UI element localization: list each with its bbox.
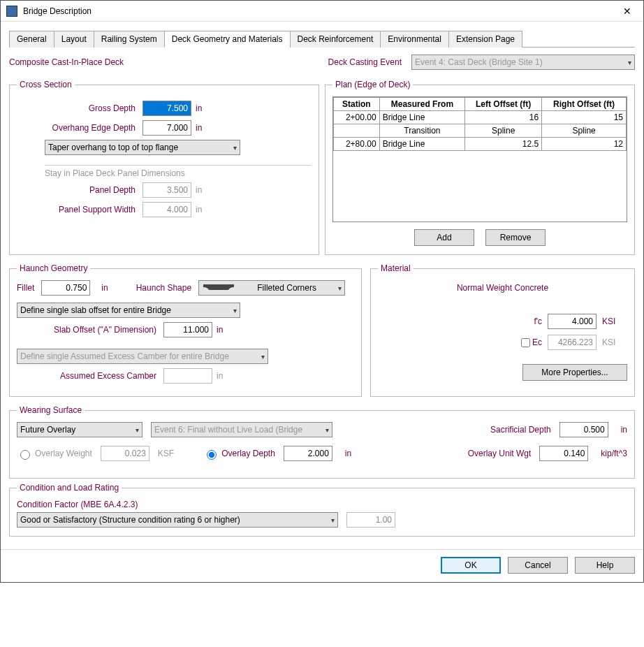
haunch-shape-combo[interactable]: Filleted Corners ▾ xyxy=(198,280,345,296)
ec-input xyxy=(548,335,597,350)
haunch-shape-label: Haunch Shape xyxy=(136,283,191,293)
table-row[interactable]: 2+00.00 Bridge Line 16 15 xyxy=(334,111,627,124)
dialog-button-bar: OK Cancel Help xyxy=(1,549,643,582)
overlay-weight-input xyxy=(101,446,149,461)
casting-event-combo[interactable]: Event 4: Cast Deck (Bridge Site 1) ▾ xyxy=(411,54,635,70)
overlay-depth-unit: in xyxy=(345,449,351,458)
taper-value: Taper overhang to top of top flange xyxy=(48,143,178,152)
fc-unit: KSI xyxy=(602,317,627,326)
slab-offset-label: Slab Offset ("A" Dimension) xyxy=(17,325,156,335)
camber-label: Assumed Excess Camber xyxy=(17,371,156,381)
panel-depth-label: Panel Depth xyxy=(17,185,136,195)
slab-offset-scope-combo[interactable]: Define single slab offset for entire Bri… xyxy=(17,303,240,318)
panel-support-unit: in xyxy=(196,205,202,215)
close-icon[interactable]: ✕ xyxy=(611,1,643,22)
sip-label: Stay in Place Deck Panel Dimensions xyxy=(45,165,312,178)
wearing-surface-group: Wearing Surface Future Overlay ▾ Event 6… xyxy=(9,405,635,479)
col-station: Station xyxy=(334,98,380,111)
fillet-input[interactable] xyxy=(41,280,90,296)
overlay-weight-radio-input[interactable] xyxy=(20,450,30,460)
ec-label: Ec xyxy=(532,337,542,347)
tab-deck-reinf[interactable]: Deck Reinforcement xyxy=(290,31,381,48)
slab-offset-scope-value: Define single slab offset for entire Bri… xyxy=(20,305,171,315)
condition-factor-combo[interactable]: Good or Satisfactory (Structure conditio… xyxy=(17,512,338,528)
add-button[interactable]: Add xyxy=(414,229,474,246)
tab-deck-geometry[interactable]: Deck Geometry and Materials xyxy=(164,31,291,48)
plan-group: Plan (Edge of Deck) Station Measured Fro… xyxy=(325,80,635,255)
overlay-event-value: Event 6: Final without Live Load (Bridge xyxy=(154,425,302,435)
tab-environmental[interactable]: Environmental xyxy=(380,31,449,48)
plan-legend: Plan (Edge of Deck) xyxy=(332,80,413,89)
condition-legend: Condition and Load Rating xyxy=(17,483,122,493)
tab-layout[interactable]: Layout xyxy=(54,31,94,48)
overlay-depth-radio-input[interactable] xyxy=(207,450,217,460)
gross-depth-input[interactable] xyxy=(142,101,191,116)
slab-offset-input[interactable] xyxy=(163,322,212,337)
haunch-shape-value: Filleted Corners xyxy=(257,283,316,293)
material-title: Normal Weight Concrete xyxy=(378,283,627,293)
overlay-depth-input[interactable] xyxy=(284,446,332,461)
haunch-group: Haunch Geometry Fillet in Haunch Shape F… xyxy=(9,263,362,397)
overlay-depth-label: Overlay Depth xyxy=(221,449,275,458)
haunch-legend: Haunch Geometry xyxy=(17,263,90,273)
plan-table[interactable]: Station Measured From Left Offset (ft) R… xyxy=(333,97,627,151)
remove-button[interactable]: Remove xyxy=(485,229,546,246)
sac-depth-label: Sacrificial Depth xyxy=(490,425,551,435)
gross-depth-unit: in xyxy=(196,103,202,113)
col-left-offset: Left Offset (ft) xyxy=(465,98,542,111)
overlay-type-combo[interactable]: Future Overlay ▾ xyxy=(17,422,142,437)
condition-factor-label: Condition Factor (MBE 6A.4.2.3) xyxy=(17,500,627,509)
tab-extension[interactable]: Extension Page xyxy=(448,31,522,48)
sac-depth-unit: in xyxy=(621,425,627,435)
col-measured-from: Measured From xyxy=(379,98,465,111)
ec-checkbox[interactable]: Ec xyxy=(518,336,542,349)
ec-check[interactable] xyxy=(521,338,530,347)
chevron-down-icon: ▾ xyxy=(136,426,139,434)
overlay-unit-wgt-label: Overlay Unit Wgt xyxy=(468,449,532,458)
table-row[interactable]: 2+80.00 Bridge Line 12.5 12 xyxy=(334,138,627,151)
cancel-button[interactable]: Cancel xyxy=(508,557,568,574)
fc-input[interactable] xyxy=(548,314,597,329)
overhang-input[interactable] xyxy=(142,120,191,136)
panel-depth-unit: in xyxy=(196,185,202,195)
fc-label: f'c xyxy=(534,317,542,326)
slab-offset-unit: in xyxy=(217,325,223,335)
sac-depth-input[interactable] xyxy=(559,422,608,437)
table-header-row: Station Measured From Left Offset (ft) R… xyxy=(334,98,627,111)
overlay-weight-unit: KSF xyxy=(158,449,174,458)
overlay-depth-radio[interactable]: Overlay Depth xyxy=(203,448,275,460)
overlay-unit-wgt-input[interactable] xyxy=(539,446,588,461)
overlay-type-value: Future Overlay xyxy=(20,425,75,435)
condition-factor-value: Good or Satisfactory (Structure conditio… xyxy=(20,515,240,525)
overlay-weight-label: Overlay Weight xyxy=(35,449,92,458)
taper-combo[interactable]: Taper overhang to top of top flange ▾ xyxy=(45,140,240,155)
condition-group: Condition and Load Rating Condition Fact… xyxy=(9,483,635,537)
overlay-weight-radio[interactable]: Overlay Weight xyxy=(17,448,92,460)
cross-section-group: Cross Section Gross Depth in Overhang Ed… xyxy=(9,80,319,255)
panel-support-input xyxy=(142,202,191,217)
help-button[interactable]: Help xyxy=(575,557,635,574)
cross-section-legend: Cross Section xyxy=(17,80,75,89)
gross-depth-label: Gross Depth xyxy=(17,103,136,113)
tab-general[interactable]: General xyxy=(9,31,54,48)
overlay-event-combo[interactable]: Event 6: Final without Live Load (Bridge… xyxy=(151,422,332,437)
fillet-label: Fillet xyxy=(17,283,34,293)
window-title: Bridge Description xyxy=(23,6,611,16)
panel-support-label: Panel Support Width xyxy=(17,205,136,215)
overhang-label: Overhang Edge Depth xyxy=(17,123,136,133)
ec-unit: KSI xyxy=(602,337,627,347)
ok-button[interactable]: OK xyxy=(441,557,501,574)
chevron-down-icon: ▾ xyxy=(233,307,237,314)
wearing-legend: Wearing Surface xyxy=(17,405,85,415)
camber-input xyxy=(163,368,212,384)
overlay-unit-wgt-unit: kip/ft^3 xyxy=(601,449,627,458)
plan-table-wrap: Station Measured From Left Offset (ft) R… xyxy=(332,96,627,222)
more-properties-button[interactable]: More Properties... xyxy=(522,364,627,381)
tab-railing[interactable]: Railing System xyxy=(94,31,165,48)
casting-event-value: Event 4: Cast Deck (Bridge Site 1) xyxy=(415,57,543,67)
chevron-down-icon: ▾ xyxy=(331,516,335,524)
camber-scope-combo[interactable]: Define single Assumed Excess Camber for … xyxy=(17,349,268,364)
camber-unit: in xyxy=(217,371,223,381)
table-row[interactable]: Transition Spline Spline xyxy=(334,124,627,138)
chevron-down-icon: ▾ xyxy=(233,144,237,152)
